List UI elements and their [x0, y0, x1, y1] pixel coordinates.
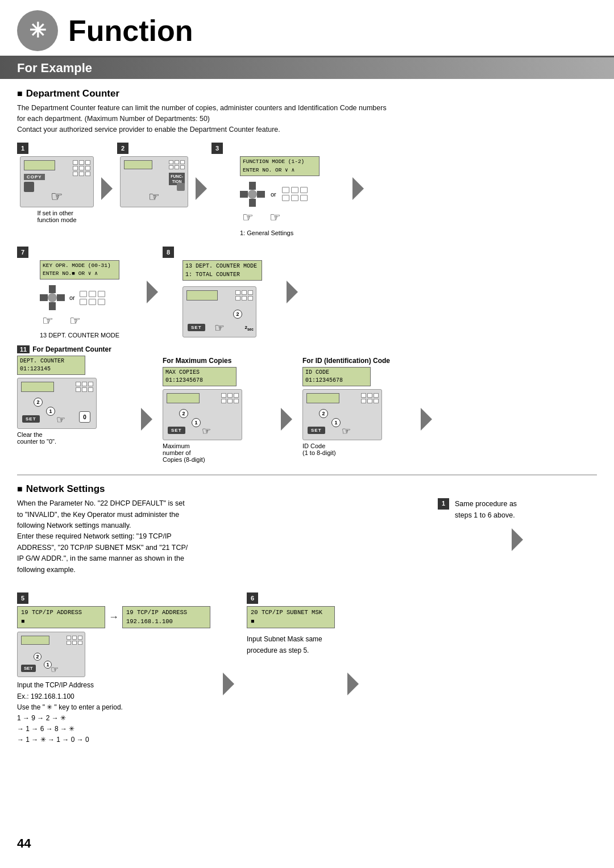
subheader-bar: For Example [0, 57, 614, 79]
svg-marker-7 [421, 408, 432, 431]
dept-counter-heading: Department Counter [17, 88, 597, 99]
icon-symbol: ✳ [29, 19, 46, 43]
page-title: Function [68, 14, 193, 48]
step-3-num: 3 [211, 143, 223, 154]
svg-marker-6 [281, 408, 292, 431]
network-content: When the Parameter No. "22 DHCP DEFAULT"… [17, 498, 597, 583]
page-number: 44 [17, 836, 31, 851]
arrow-max-id [279, 405, 294, 435]
step-6-num: 6 [247, 592, 258, 604]
arrow-3-end [350, 174, 366, 205]
network-desc: When the Parameter No. "22 DHCP DEFAULT"… [17, 498, 188, 575]
svg-marker-4 [287, 281, 298, 303]
network-heading: Network Settings [17, 483, 597, 495]
step-5-num: 5 [17, 592, 28, 604]
svg-marker-1 [196, 177, 207, 200]
svg-marker-0 [101, 177, 113, 200]
svg-marker-2 [352, 177, 364, 200]
step-7-caption: 13 DEPT. COUNTER MODE [40, 332, 119, 339]
step-7-display: KEY OPR. MODE (00-31) ENTER NO.■ OR ∨ ∧ [40, 260, 119, 280]
svg-marker-10 [347, 673, 359, 695]
dept-counter-caption: Clear the counter to "0". [17, 431, 56, 445]
step-8-block: 8 13 DEPT. COUNTER MODE 1: TOTAL COUNTER [163, 247, 282, 337]
max-copies-lcd: MAX COPIES 01:12345678 [163, 367, 237, 386]
step-11-dept: 11 For Department Counter DEPT. COUNTER … [17, 345, 131, 445]
step-11-id: For ID (Identification) Code ID CODE 01:… [302, 345, 410, 456]
steps-row-1: 1 COPY ☞ [17, 143, 597, 236]
svg-marker-5 [141, 408, 152, 431]
network-step1-caption: Same procedure as steps 1 to 6 above. [455, 498, 517, 521]
arrow-7-8 [144, 278, 160, 308]
svg-marker-8 [512, 528, 523, 551]
step-11-row: 11 For Department Counter DEPT. COUNTER … [17, 345, 597, 463]
arrow-8-end [284, 278, 300, 308]
arrow-5-6 [221, 670, 237, 700]
step-6-display: 20 TCP/IP SUBNET MSK ■ [247, 606, 335, 629]
step-6-caption: Input Subnet Mask same procedure as step… [247, 634, 322, 656]
step-7-num: 7 [17, 247, 28, 258]
svg-marker-3 [147, 281, 158, 303]
id-code-lcd: ID CODE 01:12345678 [302, 367, 371, 386]
svg-marker-9 [223, 673, 234, 695]
id-code-caption: ID Code (1 to 8-digit) [302, 443, 336, 456]
step-5-display1: 19 TCP/IP ADDRESS ■ [17, 606, 105, 629]
step-8-display: 13 DEPT. COUNTER MODE 1: TOTAL COUNTER [182, 260, 262, 281]
dept-counter-desc: The Department Counter feature can limit… [17, 103, 597, 135]
arrow-dept-max [139, 405, 155, 435]
network-step1-num: 1 [438, 498, 449, 510]
step-11-max: For Maximum Copies MAX COPIES 01:1234567… [163, 345, 271, 463]
page-body: Department Counter The Department Counte… [0, 88, 614, 746]
step-1-block: 1 COPY ☞ [17, 143, 97, 223]
arrow-2-3 [193, 174, 209, 205]
step-1-num: 1 [17, 143, 28, 154]
steps-row-2: 7 KEY OPR. MODE (00-31) ENTER NO.■ OR ∨ … [17, 247, 597, 339]
max-copies-caption: Maximum number of Copies (8-digit) [163, 443, 205, 463]
arrow-id-end [418, 405, 434, 435]
network-right-step: 1 Same procedure as steps 1 to 6 above. [438, 498, 597, 557]
page-header: ✳ Function [0, 0, 614, 57]
step-2-block: 2 FUNC-TION ☞ [117, 143, 191, 207]
step-2-num: 2 [117, 143, 128, 154]
step-5-caption: Input the TCP/IP Address Ex.: 192.168.1.… [17, 680, 123, 745]
section-divider [17, 474, 597, 475]
tcp-steps-row: 5 19 TCP/IP ADDRESS ■ → 19 TCP/IP ADDRES… [17, 592, 597, 746]
step-3-display: FUNCTION MODE (1-2) ENTER NO. OR ∨ ∧ [240, 156, 320, 176]
step-3-caption: 1: General Settings [240, 229, 320, 236]
step-5-block: 5 19 TCP/IP ADDRESS ■ → 19 TCP/IP ADDRES… [17, 592, 210, 746]
step-5-display2: 19 TCP/IP ADDRESS 192.168.1.100 [122, 606, 210, 629]
dept-counter-lcd: DEPT. COUNTER 01:123145 [17, 356, 85, 375]
function-icon: ✳ [17, 10, 58, 51]
step-3-block: 3 FUNCTION MODE (1-2) ENTER NO. OR ∨ ∧ [211, 143, 348, 236]
step-6-block: 6 20 TCP/IP SUBNET MSK ■ Input Subnet Ma… [247, 592, 335, 656]
max-copies-title: For Maximum Copies [163, 357, 231, 365]
step-8-num: 8 [163, 247, 174, 258]
arrow-1-2 [99, 174, 115, 205]
step-11-dept-title: For Department Counter [32, 345, 111, 353]
step-7-block: 7 KEY OPR. MODE (00-31) ENTER NO.■ OR ∨ … [17, 247, 142, 339]
step-11-badge: 11 [17, 345, 30, 353]
id-code-title: For ID (Identification) Code [302, 357, 390, 365]
arrow-6-end [345, 670, 361, 700]
